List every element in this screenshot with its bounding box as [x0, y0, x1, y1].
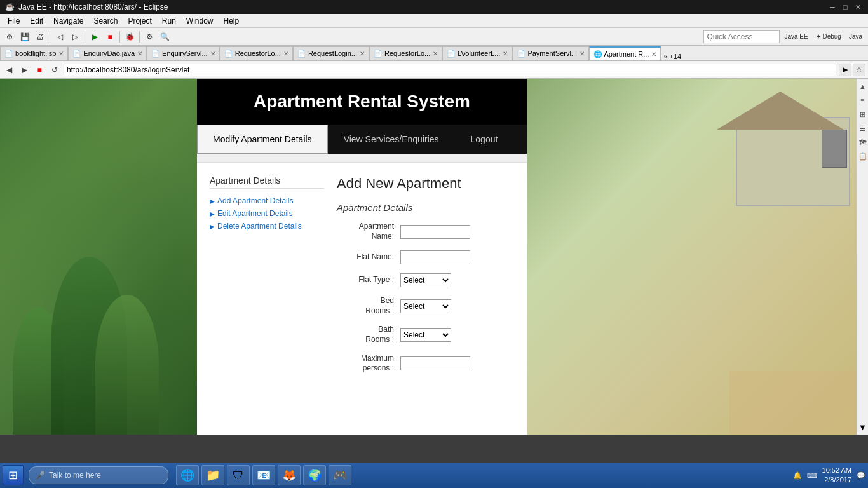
tab-label: 📄 EnquiryDao.java [72, 50, 135, 58]
form-section-title: Apartment Details [337, 202, 514, 213]
stop-button[interactable]: ■ [103, 30, 117, 44]
menu-run[interactable]: Run [157, 15, 181, 27]
flat-type-select[interactable]: Select [400, 273, 451, 287]
refresh-nav-button[interactable]: ↺ [48, 64, 61, 76]
side-icon-3[interactable]: ⊞ [858, 109, 868, 119]
tab-requestorlo1[interactable]: 📄 RequestorLo... ✕ [220, 46, 293, 60]
tab-enquiryservl[interactable]: 📄 EnquiryServl... ✕ [147, 46, 220, 60]
label-bath-rooms: BathRooms : [337, 325, 400, 344]
background-right [527, 79, 857, 435]
menu-navigate[interactable]: Navigate [48, 15, 88, 27]
quick-access-input[interactable] [703, 30, 780, 43]
app-title: Apartment Rental System [210, 92, 514, 112]
label-flat-type: Flat Type : [337, 275, 400, 285]
tab-close[interactable]: ✕ [433, 50, 438, 57]
form-row-apartment-name: ApartmentName: [337, 222, 514, 241]
apartment-name-input[interactable] [400, 225, 470, 239]
nav-divider [197, 154, 527, 163]
stop-nav-button[interactable]: ■ [33, 64, 46, 76]
tab-close[interactable]: ✕ [360, 50, 365, 57]
label-apartment-name: ApartmentName: [337, 222, 400, 241]
sidebar-link-add[interactable]: ▶ Add Apartment Details [210, 196, 324, 205]
background-left [0, 79, 197, 435]
tab-close[interactable]: ✕ [651, 51, 656, 58]
java-debug-button[interactable]: ✦ Debug [813, 30, 844, 44]
debug-button[interactable]: 🐞 [123, 30, 137, 44]
tab-label: 🌐 Apartment R... [593, 50, 649, 58]
close-button[interactable]: ✕ [853, 2, 863, 12]
tab-paymentservl[interactable]: 📄 PaymentServl... ✕ [512, 46, 589, 60]
toolbar-btn-6[interactable]: 🔍 [158, 30, 172, 44]
tab-label: 📄 RequestorLo... [374, 50, 430, 58]
form-row-bath-rooms: BathRooms : Select [337, 325, 514, 344]
run-button[interactable]: ▶ [88, 30, 102, 44]
side-icon-6[interactable]: 📋 [858, 151, 868, 161]
java-button[interactable]: Java [846, 30, 865, 44]
forward-nav-button[interactable]: ▶ [18, 64, 31, 76]
nav-modify-apartment[interactable]: Modify Apartment Details [197, 125, 328, 154]
tab-requestorlo2[interactable]: 📄 RequestorLo... ✕ [369, 46, 442, 60]
menu-edit[interactable]: Edit [25, 15, 48, 27]
tab-close[interactable]: ✕ [210, 50, 215, 57]
new-button[interactable]: ⊕ [3, 30, 17, 44]
tab-close[interactable]: ✕ [137, 50, 142, 57]
tab-label: 📄 EnquiryServl... [151, 50, 208, 58]
content-area: Apartment Details ▶ Add Apartment Detail… [197, 163, 527, 395]
nav-logout[interactable]: Logout [455, 125, 514, 154]
arrow-icon: ▶ [210, 198, 215, 205]
toolbar: ⊕ 💾 🖨 ◁ ▷ ▶ ■ 🐞 ⚙ 🔍 Java EE ✦ Debug Java [0, 28, 868, 46]
tab-close[interactable]: ✕ [283, 50, 288, 57]
tab-bookflight[interactable]: 📄 bookflight.jsp ✕ [0, 46, 68, 60]
tab-requestlogin[interactable]: 📄 RequestLogin... ✕ [293, 46, 369, 60]
sidebar: Apartment Details ▶ Add Apartment Detail… [210, 175, 324, 383]
address-input[interactable] [64, 64, 836, 76]
side-icon-5[interactable]: 🗺 [858, 137, 868, 147]
scroll-down-indicator[interactable]: ▼ [858, 423, 867, 432]
flat-name-input[interactable] [400, 250, 470, 264]
bed-rooms-select[interactable]: Select [400, 299, 451, 313]
side-icon-1[interactable]: ▲ [858, 81, 868, 92]
save-button[interactable]: 💾 [18, 30, 32, 44]
menu-bar: File Edit Navigate Search Project Run Wi… [0, 14, 868, 28]
side-icon-2[interactable]: ≡ [858, 95, 868, 105]
minimize-button[interactable]: ─ [827, 2, 837, 12]
menu-file[interactable]: File [3, 15, 25, 27]
tab-overflow[interactable]: » +14 [661, 53, 684, 60]
tab-enquirydao[interactable]: 📄 EnquiryDao.java ✕ [68, 46, 147, 60]
sidebar-link-edit[interactable]: ▶ Edit Apartment Details [210, 209, 324, 218]
main-area: Apartment Rental System Modify Apartment… [0, 79, 868, 435]
toolbar-btn-5[interactable]: ⚙ [142, 30, 156, 44]
tab-lvolunteer[interactable]: 📄 LVolunteerL... ✕ [442, 46, 512, 60]
print-button[interactable]: 🖨 [33, 30, 47, 44]
title-bar-left: ☕ Java EE - http://localhost:8080/ars/ -… [5, 3, 168, 11]
eclipse-side-panel: ▲ ≡ ⊞ ☰ 🗺 📋 ▼ [857, 79, 868, 435]
eclipse-icon: ☕ [5, 3, 15, 11]
side-icon-4[interactable]: ☰ [858, 123, 868, 133]
menu-search[interactable]: Search [88, 15, 123, 27]
back-button[interactable]: ◁ [53, 30, 67, 44]
sidebar-title: Apartment Details [210, 175, 324, 189]
sep-1 [50, 31, 50, 43]
title-bar-controls[interactable]: ─ □ ✕ [827, 2, 863, 12]
tab-close[interactable]: ✕ [58, 50, 64, 57]
sep-3 [119, 31, 120, 43]
sidebar-link-delete[interactable]: ▶ Delete Apartment Details [210, 222, 324, 231]
bookmark-button[interactable]: ☆ [853, 64, 865, 76]
tab-close[interactable]: ✕ [580, 50, 585, 57]
menu-window[interactable]: Window [181, 15, 219, 27]
back-nav-button[interactable]: ◀ [3, 64, 15, 76]
maximize-button[interactable]: □ [840, 2, 850, 12]
tab-apartment[interactable]: 🌐 Apartment R... ✕ [589, 46, 661, 60]
form-row-flat-name: Flat Name: [337, 250, 514, 264]
address-bar: ◀ ▶ ■ ↺ ▶ ☆ [0, 61, 868, 79]
forward-button[interactable]: ▷ [68, 30, 82, 44]
bath-rooms-select[interactable]: Select [400, 328, 451, 342]
max-persons-input[interactable] [400, 356, 470, 370]
go-button[interactable]: ▶ [839, 64, 851, 76]
menu-project[interactable]: Project [123, 15, 156, 27]
menu-help[interactable]: Help [219, 15, 245, 27]
label-max-persons: Maximumpersons : [337, 354, 400, 374]
java-ee-button[interactable]: Java EE [781, 30, 811, 44]
nav-view-services[interactable]: View Services/Enquiries [328, 125, 455, 154]
tab-close[interactable]: ✕ [503, 50, 508, 57]
